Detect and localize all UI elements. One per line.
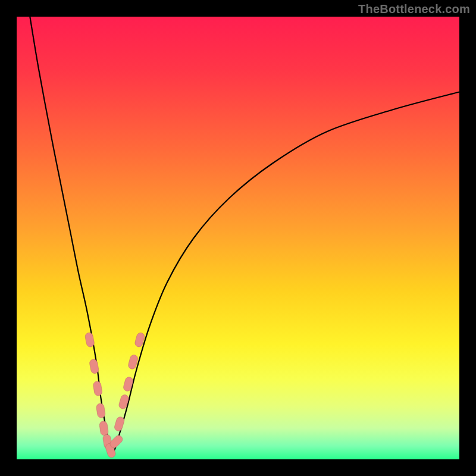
gradient-background [17, 17, 459, 459]
chart-frame: TheBottleneck.com [0, 0, 476, 476]
watermark-text: TheBottleneck.com [358, 2, 470, 16]
bottleneck-chart [0, 0, 476, 476]
